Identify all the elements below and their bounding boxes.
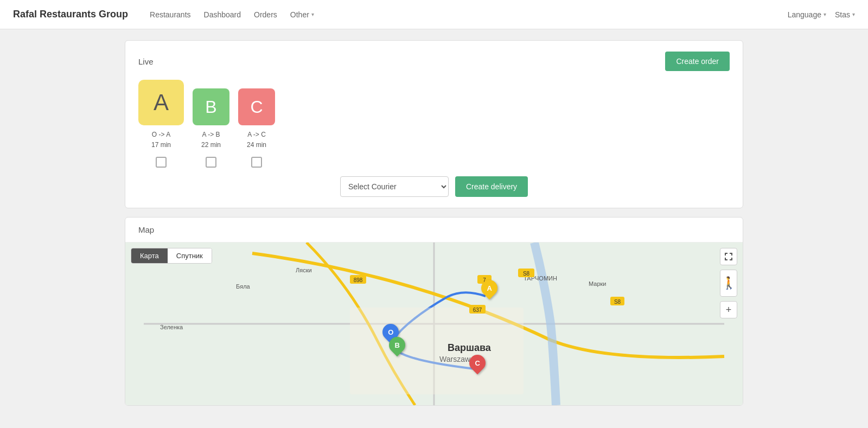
courier-time-a: 17 min bbox=[151, 140, 171, 150]
map-type-buttons: Карта Спутник bbox=[131, 248, 212, 264]
marker-c: C bbox=[469, 355, 486, 371]
map-background: Варшава Warszawa ТАРЧОМИН Марки Бяла Зел… bbox=[125, 242, 743, 405]
courier-time-b: 22 min bbox=[201, 140, 221, 150]
courier-route-a: O -> A bbox=[151, 130, 171, 140]
expand-icon bbox=[724, 252, 733, 261]
courier-letter-b: B bbox=[193, 88, 229, 125]
nav-links: Restaurants Dashboard Orders Other ▾ bbox=[150, 10, 788, 19]
courier-info-a: O -> A 17 min bbox=[151, 130, 171, 150]
map-title: Map bbox=[125, 218, 743, 242]
map-card: Map bbox=[125, 217, 743, 406]
map-type-karta[interactable]: Карта bbox=[131, 248, 168, 263]
language-dropdown[interactable]: Language ▾ bbox=[788, 10, 826, 19]
svg-text:Варшава: Варшава bbox=[448, 342, 492, 353]
courier-info-c: A -> C 24 min bbox=[247, 130, 266, 150]
marker-b: B bbox=[389, 337, 405, 353]
svg-text:Бяла: Бяла bbox=[236, 283, 251, 290]
user-dropdown[interactable]: Stas ▾ bbox=[835, 10, 855, 19]
svg-text:898: 898 bbox=[354, 277, 363, 283]
svg-text:Ляски: Ляски bbox=[296, 267, 312, 273]
user-arrow: ▾ bbox=[852, 11, 855, 17]
nav-restaurants[interactable]: Restaurants bbox=[150, 10, 190, 19]
marker-c-circle: C bbox=[465, 352, 488, 374]
svg-text:Марки: Марки bbox=[589, 280, 606, 287]
courier-route-c: A -> C bbox=[247, 130, 266, 140]
svg-rect-3 bbox=[350, 308, 524, 394]
courier-info-b: A -> B 22 min bbox=[201, 130, 221, 150]
courier-box-c: C A -> C 24 min bbox=[238, 88, 275, 168]
person-icon: 🚶 bbox=[722, 276, 736, 290]
create-order-button[interactable]: Create order bbox=[665, 52, 730, 71]
navbar: Rafal Restaurants Group Restaurants Dash… bbox=[0, 0, 868, 29]
courier-box-a: A O -> A 17 min bbox=[138, 80, 184, 168]
action-row: Select Courier Create delivery bbox=[138, 176, 730, 197]
svg-text:S8: S8 bbox=[523, 271, 530, 277]
live-card: Live Create order A O -> A 17 min B A ->… bbox=[125, 40, 743, 208]
brand-logo: Rafal Restaurants Group bbox=[13, 9, 128, 20]
select-courier-dropdown[interactable]: Select Courier bbox=[340, 176, 449, 197]
plus-icon: + bbox=[726, 304, 732, 316]
svg-text:637: 637 bbox=[473, 307, 482, 313]
courier-time-c: 24 min bbox=[247, 140, 266, 150]
create-delivery-button[interactable]: Create delivery bbox=[455, 176, 528, 197]
live-card-header: Live Create order bbox=[138, 52, 730, 71]
courier-box-b: B A -> B 22 min bbox=[193, 88, 229, 168]
courier-checkbox-c[interactable] bbox=[251, 157, 262, 168]
courier-letter-c: C bbox=[238, 88, 275, 125]
nav-other[interactable]: Other ▾ bbox=[290, 10, 314, 19]
map-streetview-button[interactable]: 🚶 bbox=[720, 270, 737, 297]
map-expand-button[interactable] bbox=[720, 248, 737, 265]
couriers-row: A O -> A 17 min B A -> B 22 min C bbox=[138, 80, 730, 168]
map-type-sputnik[interactable]: Спутник bbox=[168, 248, 212, 263]
nav-right: Language ▾ Stas ▾ bbox=[788, 10, 855, 19]
svg-text:S8: S8 bbox=[614, 299, 621, 305]
nav-orders[interactable]: Orders bbox=[254, 10, 277, 19]
map-container[interactable]: Варшава Warszawa ТАРЧОМИН Марки Бяла Зел… bbox=[125, 242, 743, 405]
language-arrow: ▾ bbox=[824, 11, 826, 17]
main-content: Live Create order A O -> A 17 min B A ->… bbox=[0, 29, 868, 417]
map-zoom-button[interactable]: + bbox=[720, 301, 737, 318]
marker-b-circle: B bbox=[386, 334, 409, 356]
courier-checkbox-b[interactable] bbox=[206, 157, 216, 168]
live-title: Live bbox=[138, 57, 154, 66]
other-dropdown-arrow: ▾ bbox=[311, 11, 314, 17]
courier-checkbox-a[interactable] bbox=[156, 157, 167, 168]
marker-a-circle: A bbox=[478, 277, 501, 299]
map-controls: 🚶 + bbox=[720, 248, 737, 318]
courier-letter-a: A bbox=[138, 80, 184, 125]
nav-dashboard[interactable]: Dashboard bbox=[204, 10, 241, 19]
courier-route-b: A -> B bbox=[201, 130, 221, 140]
svg-text:Зеленка: Зеленка bbox=[160, 324, 183, 330]
marker-a: A bbox=[481, 280, 497, 296]
